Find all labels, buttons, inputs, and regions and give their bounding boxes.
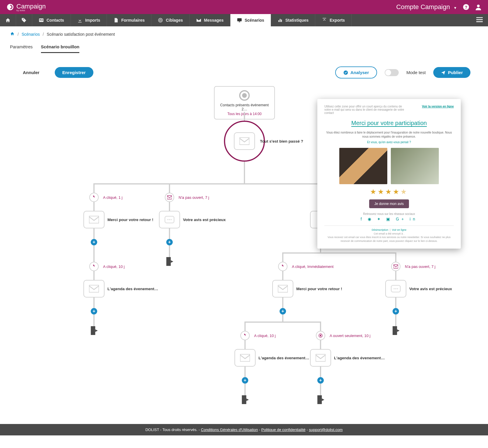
nav-label: Ciblages (166, 18, 183, 23)
svg-rect-20 (91, 326, 95, 335)
account-menu[interactable]: Compte Campaign ▼ (396, 3, 457, 11)
msg-node[interactable] (272, 280, 293, 297)
msg-label: Merci pour votre retour ! (107, 218, 153, 222)
cond-icon[interactable] (165, 193, 174, 202)
nav-forms[interactable]: Formulaires (107, 14, 151, 26)
nav-targets[interactable]: Ciblages (151, 14, 189, 26)
envelope-icon (393, 264, 398, 269)
cond-icon[interactable] (391, 262, 400, 271)
breadcrumb-sep: / (18, 32, 19, 37)
flow-canvas[interactable]: Contacts présents événement 2… Tous les … (10, 84, 478, 424)
msg-node[interactable] (385, 280, 406, 297)
root-message-node[interactable] (224, 121, 265, 162)
msg-node[interactable] (83, 280, 105, 297)
connector (282, 252, 396, 254)
add-step-button[interactable]: + (393, 308, 399, 314)
user-icon[interactable] (475, 4, 482, 10)
home-icon (5, 18, 11, 23)
check-circle-icon (343, 70, 348, 75)
click-icon (92, 195, 96, 200)
preview-p1: Vous étiez nombreux à faire le déplaceme… (324, 131, 454, 139)
nav-tag[interactable] (16, 14, 32, 26)
nav-stats[interactable]: Statistiques (271, 14, 315, 26)
tab-draft[interactable]: Scénario brouillon (41, 44, 80, 53)
open-icon (318, 333, 323, 338)
nav-scenarios[interactable]: Scénarios (230, 14, 271, 26)
target-icon (239, 90, 250, 101)
connector (395, 271, 396, 280)
connector (244, 340, 246, 349)
svg-rect-12 (281, 20, 282, 22)
cancel-button[interactable]: Annuler (15, 67, 47, 78)
click-icon (243, 333, 247, 338)
analyze-button[interactable]: Analyser (335, 66, 377, 78)
msg-node[interactable] (234, 349, 256, 367)
upload-icon (322, 18, 327, 23)
cond-label: N'a pas ouvert, 7 j (179, 195, 209, 200)
nav-home[interactable] (0, 14, 16, 26)
add-step-button[interactable]: + (317, 377, 324, 384)
svg-point-31 (395, 288, 396, 289)
connector (320, 367, 321, 377)
click-icon (92, 264, 96, 269)
breadcrumb-home-icon[interactable] (10, 32, 15, 37)
test-mode-label: Mode test (406, 70, 426, 75)
footer-privacy-link[interactable]: Politique de confidentialité (261, 428, 306, 432)
preview-sent: Cet email a été envoyé à . (374, 232, 405, 235)
svg-rect-33 (393, 326, 397, 335)
exit-icon (90, 326, 98, 335)
connector (169, 228, 170, 239)
add-step-button[interactable]: + (280, 308, 286, 314)
nav-imports[interactable]: Imports (71, 14, 107, 26)
file-icon (113, 18, 119, 23)
footer-mail-link[interactable]: support@dolist.com (309, 428, 343, 432)
root-msg-label: Tout s'est bien passé ? (260, 139, 303, 143)
add-step-button[interactable]: + (242, 377, 248, 384)
publish-button[interactable]: Publier (433, 67, 470, 78)
msg-node[interactable] (83, 211, 105, 228)
msg-node[interactable] (310, 349, 331, 367)
svg-rect-5 (41, 19, 43, 20)
menu-icon[interactable] (476, 17, 483, 23)
connector (244, 322, 321, 323)
add-step-button[interactable]: + (91, 308, 97, 314)
connector (244, 322, 246, 331)
nav-exports[interactable]: Exports (315, 14, 352, 26)
svg-rect-15 (476, 21, 483, 22)
save-button[interactable]: Enregistrer (55, 67, 93, 78)
connector (93, 228, 95, 239)
breadcrumb-sep: / (43, 32, 44, 37)
preview-cta-button[interactable]: Je donne mon avis (369, 199, 409, 208)
connector (93, 271, 95, 280)
logo[interactable]: Campaign by dolist (6, 3, 46, 12)
cond-icon[interactable] (89, 262, 99, 271)
connector (93, 202, 95, 211)
unsub-link[interactable]: Désinscription (372, 228, 388, 231)
svg-point-32 (397, 288, 398, 289)
nav-messages[interactable]: Messages (190, 14, 230, 26)
test-mode-toggle[interactable] (385, 69, 399, 76)
nav-contacts[interactable]: Contacts (32, 14, 71, 26)
connector (395, 297, 396, 308)
cond-icon[interactable] (89, 193, 99, 202)
svg-rect-27 (278, 285, 288, 293)
tab-params[interactable]: Paramètres (10, 44, 33, 53)
cond-icon[interactable] (240, 331, 250, 340)
view-online-link[interactable]: Voir en ligne (392, 228, 407, 231)
preview-images (324, 148, 454, 184)
cond-icon[interactable] (316, 331, 325, 340)
svg-rect-34 (240, 354, 250, 362)
msg-label: L'agenda des évenement… (334, 356, 385, 360)
exit-icon (241, 395, 249, 404)
breadcrumb-link[interactable]: Scénarios (22, 32, 40, 37)
connector (244, 384, 246, 395)
cond-icon[interactable] (278, 262, 287, 271)
add-step-button[interactable]: + (166, 239, 173, 245)
help-icon[interactable]: ? (463, 4, 469, 10)
add-step-button[interactable]: + (91, 239, 97, 245)
msg-label: Votre avis est précieux (183, 218, 226, 222)
exit-icon (166, 257, 173, 266)
preview-online-link[interactable]: Voir la version en ligne (422, 105, 454, 114)
msg-node[interactable] (159, 211, 180, 228)
footer-cgu-link[interactable]: Conditions Générales d'Utilisation (201, 428, 258, 432)
